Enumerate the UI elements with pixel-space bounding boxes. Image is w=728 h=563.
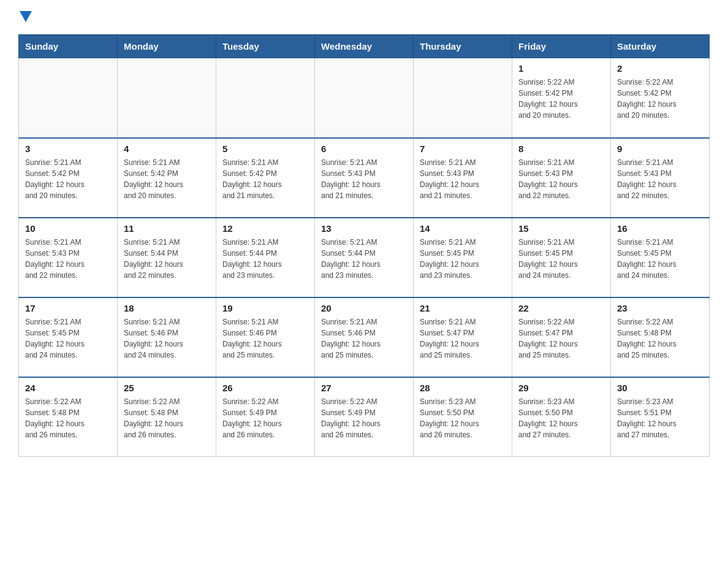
day-info: Sunrise: 5:21 AM Sunset: 5:45 PM Dayligh… — [420, 237, 506, 281]
calendar-cell: 4Sunrise: 5:21 AM Sunset: 5:42 PM Daylig… — [118, 138, 216, 218]
calendar-cell: 9Sunrise: 5:21 AM Sunset: 5:43 PM Daylig… — [611, 138, 710, 218]
day-info: Sunrise: 5:21 AM Sunset: 5:43 PM Dayligh… — [420, 157, 506, 201]
calendar-cell: 3Sunrise: 5:21 AM Sunset: 5:42 PM Daylig… — [19, 138, 118, 218]
calendar-cell: 23Sunrise: 5:22 AM Sunset: 5:48 PM Dayli… — [611, 297, 710, 377]
calendar-cell: 5Sunrise: 5:21 AM Sunset: 5:42 PM Daylig… — [216, 138, 315, 218]
calendar-week-row: 3Sunrise: 5:21 AM Sunset: 5:42 PM Daylig… — [19, 138, 710, 218]
day-number: 25 — [124, 383, 210, 393]
day-info: Sunrise: 5:21 AM Sunset: 5:43 PM Dayligh… — [321, 157, 407, 201]
day-info: Sunrise: 5:22 AM Sunset: 5:42 PM Dayligh… — [518, 77, 604, 121]
day-info: Sunrise: 5:22 AM Sunset: 5:47 PM Dayligh… — [518, 316, 604, 361]
calendar-cell: 29Sunrise: 5:23 AM Sunset: 5:50 PM Dayli… — [512, 377, 611, 457]
day-number: 2 — [617, 63, 703, 74]
calendar-cell — [315, 58, 414, 138]
day-number: 1 — [518, 63, 604, 74]
calendar-cell: 28Sunrise: 5:23 AM Sunset: 5:50 PM Dayli… — [414, 377, 512, 457]
day-info: Sunrise: 5:21 AM Sunset: 5:44 PM Dayligh… — [321, 237, 407, 281]
day-number: 17 — [25, 303, 111, 313]
calendar-cell: 26Sunrise: 5:22 AM Sunset: 5:49 PM Dayli… — [216, 377, 315, 457]
calendar-cell: 2Sunrise: 5:22 AM Sunset: 5:42 PM Daylig… — [611, 58, 710, 138]
calendar-cell: 15Sunrise: 5:21 AM Sunset: 5:45 PM Dayli… — [512, 218, 611, 297]
calendar-cell — [118, 58, 216, 138]
calendar-cell: 8Sunrise: 5:21 AM Sunset: 5:43 PM Daylig… — [512, 138, 611, 218]
day-number: 5 — [222, 144, 308, 154]
day-number: 15 — [518, 223, 604, 234]
calendar-cell: 1Sunrise: 5:22 AM Sunset: 5:42 PM Daylig… — [512, 58, 611, 138]
day-number: 24 — [25, 383, 111, 393]
day-number: 12 — [222, 223, 308, 234]
calendar-cell: 25Sunrise: 5:22 AM Sunset: 5:48 PM Dayli… — [118, 377, 216, 457]
day-number: 8 — [518, 144, 604, 154]
day-number: 27 — [321, 383, 407, 393]
calendar-cell: 30Sunrise: 5:23 AM Sunset: 5:51 PM Dayli… — [611, 377, 710, 457]
day-info: Sunrise: 5:23 AM Sunset: 5:51 PM Dayligh… — [617, 396, 703, 440]
calendar-header-friday: Friday — [512, 35, 611, 58]
calendar-header-tuesday: Tuesday — [216, 35, 315, 58]
day-number: 7 — [420, 144, 506, 154]
calendar-cell — [19, 58, 118, 138]
day-number: 18 — [124, 303, 210, 313]
calendar-cell: 27Sunrise: 5:22 AM Sunset: 5:49 PM Dayli… — [315, 377, 414, 457]
calendar-week-row: 1Sunrise: 5:22 AM Sunset: 5:42 PM Daylig… — [19, 58, 710, 138]
day-info: Sunrise: 5:22 AM Sunset: 5:48 PM Dayligh… — [124, 396, 210, 440]
day-info: Sunrise: 5:21 AM Sunset: 5:44 PM Dayligh… — [124, 237, 210, 281]
calendar-cell: 13Sunrise: 5:21 AM Sunset: 5:44 PM Dayli… — [315, 218, 414, 297]
day-info: Sunrise: 5:21 AM Sunset: 5:47 PM Dayligh… — [420, 316, 506, 361]
calendar-cell: 6Sunrise: 5:21 AM Sunset: 5:43 PM Daylig… — [315, 138, 414, 218]
calendar-cell: 14Sunrise: 5:21 AM Sunset: 5:45 PM Dayli… — [414, 218, 512, 297]
day-info: Sunrise: 5:21 AM Sunset: 5:46 PM Dayligh… — [321, 316, 407, 361]
day-number: 21 — [420, 303, 506, 313]
calendar-cell: 16Sunrise: 5:21 AM Sunset: 5:45 PM Dayli… — [611, 218, 710, 297]
calendar-cell: 7Sunrise: 5:21 AM Sunset: 5:43 PM Daylig… — [414, 138, 512, 218]
day-info: Sunrise: 5:22 AM Sunset: 5:42 PM Dayligh… — [617, 77, 703, 121]
calendar-week-row: 24Sunrise: 5:22 AM Sunset: 5:48 PM Dayli… — [19, 377, 710, 457]
calendar-header-wednesday: Wednesday — [315, 35, 414, 58]
calendar-cell: 10Sunrise: 5:21 AM Sunset: 5:43 PM Dayli… — [19, 218, 118, 297]
day-info: Sunrise: 5:22 AM Sunset: 5:48 PM Dayligh… — [617, 316, 703, 361]
day-info: Sunrise: 5:23 AM Sunset: 5:50 PM Dayligh… — [518, 396, 604, 440]
day-number: 20 — [321, 303, 407, 313]
day-number: 14 — [420, 223, 506, 234]
calendar-cell: 24Sunrise: 5:22 AM Sunset: 5:48 PM Dayli… — [19, 377, 118, 457]
day-number: 16 — [617, 223, 703, 234]
day-number: 6 — [321, 144, 407, 154]
calendar-header-row: SundayMondayTuesdayWednesdayThursdayFrid… — [19, 35, 710, 58]
day-info: Sunrise: 5:21 AM Sunset: 5:46 PM Dayligh… — [222, 316, 308, 361]
day-number: 11 — [124, 223, 210, 234]
day-number: 26 — [222, 383, 308, 393]
day-number: 19 — [222, 303, 308, 313]
day-number: 10 — [25, 223, 111, 234]
day-info: Sunrise: 5:23 AM Sunset: 5:50 PM Dayligh… — [420, 396, 506, 440]
day-number: 29 — [518, 383, 604, 393]
day-number: 13 — [321, 223, 407, 234]
calendar-cell: 22Sunrise: 5:22 AM Sunset: 5:47 PM Dayli… — [512, 297, 611, 377]
day-info: Sunrise: 5:21 AM Sunset: 5:45 PM Dayligh… — [518, 237, 604, 281]
day-number: 4 — [124, 144, 210, 154]
day-info: Sunrise: 5:21 AM Sunset: 5:42 PM Dayligh… — [222, 157, 308, 201]
calendar-cell: 18Sunrise: 5:21 AM Sunset: 5:46 PM Dayli… — [118, 297, 216, 377]
day-info: Sunrise: 5:21 AM Sunset: 5:42 PM Dayligh… — [25, 157, 111, 201]
day-number: 23 — [617, 303, 703, 313]
day-info: Sunrise: 5:22 AM Sunset: 5:48 PM Dayligh… — [25, 396, 111, 440]
day-number: 22 — [518, 303, 604, 313]
calendar-header-saturday: Saturday — [611, 35, 710, 58]
day-info: Sunrise: 5:21 AM Sunset: 5:45 PM Dayligh… — [617, 237, 703, 281]
logo-triangle-icon — [20, 11, 32, 22]
calendar-cell: 11Sunrise: 5:21 AM Sunset: 5:44 PM Dayli… — [118, 218, 216, 297]
day-info: Sunrise: 5:22 AM Sunset: 5:49 PM Dayligh… — [222, 396, 308, 440]
calendar-cell: 17Sunrise: 5:21 AM Sunset: 5:45 PM Dayli… — [19, 297, 118, 377]
day-info: Sunrise: 5:21 AM Sunset: 5:42 PM Dayligh… — [124, 157, 210, 201]
calendar-table: SundayMondayTuesdayWednesdayThursdayFrid… — [18, 34, 710, 457]
day-info: Sunrise: 5:21 AM Sunset: 5:46 PM Dayligh… — [124, 316, 210, 361]
day-info: Sunrise: 5:22 AM Sunset: 5:49 PM Dayligh… — [321, 396, 407, 440]
calendar-week-row: 17Sunrise: 5:21 AM Sunset: 5:45 PM Dayli… — [19, 297, 710, 377]
logo — [18, 12, 32, 22]
calendar-header-thursday: Thursday — [414, 35, 512, 58]
calendar-header-sunday: Sunday — [19, 35, 118, 58]
calendar-cell: 12Sunrise: 5:21 AM Sunset: 5:44 PM Dayli… — [216, 218, 315, 297]
day-info: Sunrise: 5:21 AM Sunset: 5:43 PM Dayligh… — [518, 157, 604, 201]
day-number: 28 — [420, 383, 506, 393]
calendar-cell: 19Sunrise: 5:21 AM Sunset: 5:46 PM Dayli… — [216, 297, 315, 377]
calendar-header-monday: Monday — [118, 35, 216, 58]
day-info: Sunrise: 5:21 AM Sunset: 5:43 PM Dayligh… — [617, 157, 703, 201]
